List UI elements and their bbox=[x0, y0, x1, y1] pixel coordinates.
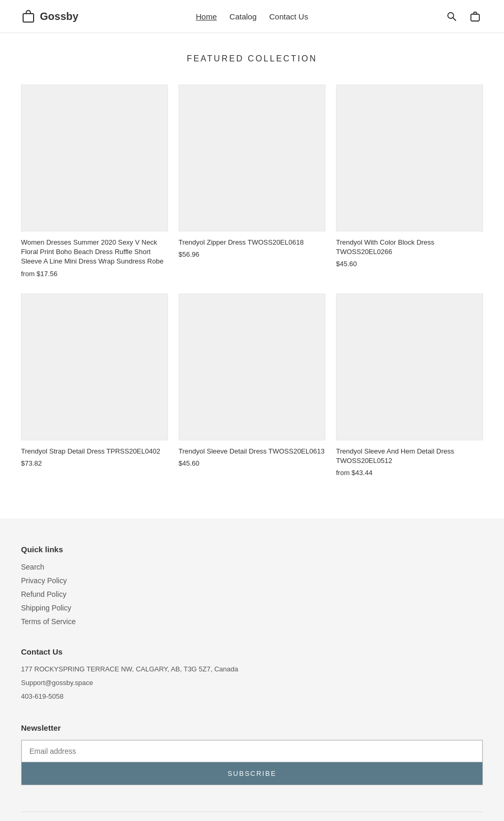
nav-catalog[interactable]: Catalog bbox=[229, 12, 257, 21]
product-name-2: Trendyol With Color Block Dress TWOSS20E… bbox=[336, 238, 483, 257]
site-footer: Quick links Search Privacy Policy Refund… bbox=[0, 519, 504, 821]
newsletter-title: Newsletter bbox=[21, 723, 483, 732]
product-card-4[interactable]: Trendyol Sleeve Detail Dress TWOSS20EL06… bbox=[178, 293, 326, 477]
nav-home[interactable]: Home bbox=[196, 12, 217, 21]
contact-phone: 403-619-5058 bbox=[21, 691, 483, 702]
product-image-3 bbox=[21, 293, 168, 440]
quick-link-search[interactable]: Search bbox=[21, 563, 44, 571]
product-image-5 bbox=[336, 293, 483, 440]
header-icons bbox=[444, 8, 483, 24]
footer-contact: Contact Us 177 ROCKYSPRING TERRACE NW, C… bbox=[21, 647, 483, 702]
contact-email: Support@gossby.space bbox=[21, 677, 483, 689]
cart-button[interactable] bbox=[467, 8, 483, 24]
product-price-3: $73.82 bbox=[21, 459, 168, 467]
contact-title: Contact Us bbox=[21, 647, 483, 656]
section-title: FEATURED COLLECTION bbox=[21, 54, 483, 64]
subscribe-button[interactable]: SUBSCRIBE bbox=[22, 762, 482, 785]
quick-link-refund[interactable]: Refund Policy bbox=[21, 590, 66, 598]
product-name-1: Trendyol Zipper Dress TWOSS20EL0618 bbox=[178, 238, 326, 247]
product-name-3: Trendyol Strap Detail Dress TPRSS20EL040… bbox=[21, 447, 168, 456]
quick-link-shipping[interactable]: Shipping Policy bbox=[21, 604, 71, 612]
product-card-3[interactable]: Trendyol Strap Detail Dress TPRSS20EL040… bbox=[21, 293, 168, 477]
product-grid: Women Dresses Summer 2020 Sexy V Neck Fl… bbox=[21, 85, 483, 477]
svg-point-1 bbox=[448, 13, 454, 18]
footer-quick-links: Quick links Search Privacy Policy Refund… bbox=[21, 545, 483, 626]
svg-rect-0 bbox=[23, 14, 34, 22]
list-item: Privacy Policy bbox=[21, 576, 483, 585]
quick-links-title: Quick links bbox=[21, 545, 483, 554]
product-image-4 bbox=[178, 293, 326, 440]
svg-rect-3 bbox=[471, 14, 479, 21]
product-card-5[interactable]: Trendyol Sleeve And Hem Detail Dress TWO… bbox=[336, 293, 483, 477]
footer-bottom: © 2023, Gossby Powered by Shopify bbox=[21, 812, 483, 821]
site-header: Gossby Home Catalog Contact Us bbox=[0, 0, 504, 33]
footer-newsletter: Newsletter SUBSCRIBE bbox=[21, 723, 483, 785]
logo-link[interactable]: Gossby bbox=[21, 9, 78, 24]
product-price-0: from $17.56 bbox=[21, 270, 168, 278]
list-item: Terms of Service bbox=[21, 617, 483, 626]
main-content: FEATURED COLLECTION Women Dresses Summer… bbox=[0, 33, 504, 498]
quick-link-terms[interactable]: Terms of Service bbox=[21, 617, 76, 626]
product-card-0[interactable]: Women Dresses Summer 2020 Sexy V Neck Fl… bbox=[21, 85, 168, 278]
cart-icon bbox=[469, 10, 481, 22]
product-price-5: from $43.44 bbox=[336, 469, 483, 477]
product-name-0: Women Dresses Summer 2020 Sexy V Neck Fl… bbox=[21, 238, 168, 267]
quick-link-privacy[interactable]: Privacy Policy bbox=[21, 576, 67, 585]
contact-address: 177 ROCKYSPRING TERRACE NW, CALGARY, AB,… bbox=[21, 664, 483, 675]
search-button[interactable] bbox=[444, 9, 459, 24]
main-nav: Home Catalog Contact Us bbox=[196, 12, 308, 21]
product-price-2: $45.60 bbox=[336, 260, 483, 268]
svg-line-2 bbox=[453, 18, 456, 20]
product-name-5: Trendyol Sleeve And Hem Detail Dress TWO… bbox=[336, 447, 483, 466]
search-icon bbox=[446, 11, 457, 22]
product-card-1[interactable]: Trendyol Zipper Dress TWOSS20EL0618 $56.… bbox=[178, 85, 326, 278]
list-item: Refund Policy bbox=[21, 590, 483, 599]
quick-links-list: Search Privacy Policy Refund Policy Ship… bbox=[21, 562, 483, 626]
list-item: Shipping Policy bbox=[21, 603, 483, 613]
nav-contact[interactable]: Contact Us bbox=[269, 12, 308, 21]
product-name-4: Trendyol Sleeve Detail Dress TWOSS20EL06… bbox=[178, 447, 326, 456]
product-card-2[interactable]: Trendyol With Color Block Dress TWOSS20E… bbox=[336, 85, 483, 278]
logo-text: Gossby bbox=[40, 10, 78, 23]
product-image-1 bbox=[178, 85, 326, 231]
product-price-1: $56.96 bbox=[178, 250, 326, 258]
list-item: Search bbox=[21, 562, 483, 572]
product-price-4: $45.60 bbox=[178, 459, 326, 467]
product-image-2 bbox=[336, 85, 483, 231]
email-input[interactable] bbox=[22, 740, 482, 762]
bag-icon bbox=[21, 9, 36, 24]
newsletter-form: SUBSCRIBE bbox=[21, 740, 483, 785]
product-image-0 bbox=[21, 85, 168, 231]
